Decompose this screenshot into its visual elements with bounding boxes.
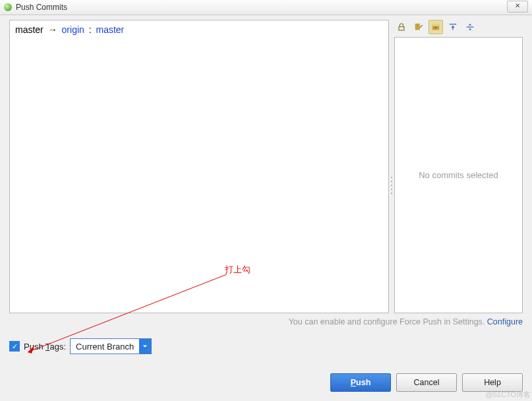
splitter-handle[interactable] [391,175,394,195]
push-tags-combo[interactable]: Current Branch [70,338,152,354]
collapse-icon[interactable] [429,20,443,34]
arrow-icon: → [48,24,57,35]
cancel-button[interactable]: Cancel [396,373,457,392]
branch-mapping-row[interactable]: master → origin : master [15,24,124,35]
local-branch-label: master [15,24,44,35]
expand-top-icon[interactable] [446,20,460,34]
main-row: master → origin : master [9,20,523,313]
titlebar: Push Commits ✕ [0,0,532,15]
window-title: Push Commits [16,3,67,12]
chevron-down-icon[interactable] [139,339,151,354]
lock-icon[interactable] [394,20,409,34]
help-button[interactable]: Help [462,373,523,392]
hint-text: You can enable and configure Force Push … [289,317,487,326]
push-tags-checkbox[interactable]: ✓ [9,341,20,352]
commits-tree[interactable]: master → origin : master [9,20,389,313]
dialog-button-row: Push Cancel Help [330,373,523,392]
window-close-button[interactable]: ✕ [507,1,528,13]
colon-label: : [89,24,92,35]
push-button[interactable]: Push [330,373,391,392]
edit-icon[interactable] [411,20,426,34]
configure-link[interactable]: Configure [487,317,523,326]
watermark: @51CTO博客 [486,390,531,400]
remote-name-label: origin [62,24,84,35]
preview-toolbar [394,20,523,34]
preview-empty-text: No commits selected [419,170,498,180]
expand-mid-icon[interactable] [463,20,477,34]
remote-branch-label: master [96,24,125,35]
svg-rect-1 [432,24,440,26]
force-push-hint: You can enable and configure Force Push … [9,317,523,326]
push-tags-row: ✓ Push Tags: Current Branch [9,338,523,354]
annotation-label: 打上勾 [225,264,251,276]
app-icon [4,3,12,11]
commit-preview-panel: No commits selected [394,37,523,313]
dialog-content: master → origin : master [9,20,523,392]
push-tags-label[interactable]: Push Tags: [24,342,66,352]
push-tags-combo-value: Current Branch [71,339,139,354]
right-column: No commits selected [394,20,523,313]
